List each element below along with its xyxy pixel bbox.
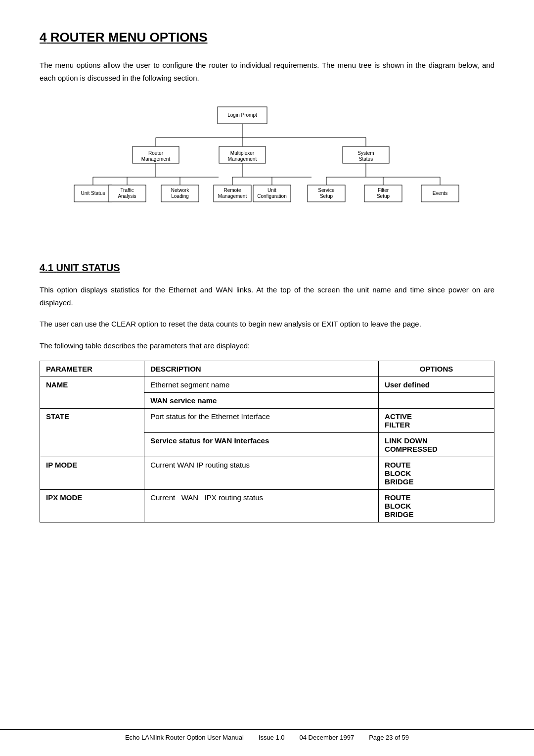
opt-user-defined: User defined — [379, 377, 494, 393]
opt-linkdown-compressed: LINK DOWNCOMPRESSED — [379, 433, 494, 457]
desc-service-status: Service status for WAN Interfaces — [144, 433, 379, 457]
svg-text:Router: Router — [148, 150, 164, 156]
footer-date: 04 December 1997 — [300, 734, 355, 741]
svg-text:Setup: Setup — [320, 193, 333, 199]
opt-route-block-bridge-ipx: ROUTEBLOCKBRIDGE — [379, 490, 494, 522]
section-4-1-para3: The following table describes the parame… — [40, 339, 494, 352]
svg-text:Service: Service — [318, 188, 335, 193]
table-row-ipmode: IP MODE Current WAN IP routing status RO… — [40, 457, 494, 490]
svg-text:Management: Management — [218, 193, 247, 199]
svg-text:Configuration: Configuration — [257, 193, 286, 199]
section-4-1-title: 4.1 UNIT STATUS — [40, 262, 494, 274]
svg-text:Filter: Filter — [378, 188, 389, 193]
svg-text:Unit Status: Unit Status — [81, 190, 105, 196]
intro-paragraph: The menu options allow the user to confi… — [40, 59, 494, 84]
table-row-state-eth: STATE Port status for the Ethernet Inter… — [40, 409, 494, 433]
param-ipxmode: IPX MODE — [40, 490, 144, 522]
svg-text:Network: Network — [171, 188, 190, 193]
desc-ethernet-name: Ethernet segment name — [144, 377, 379, 393]
svg-text:Analysis: Analysis — [118, 193, 136, 199]
svg-text:Remote: Remote — [223, 188, 241, 193]
opt-empty — [379, 393, 494, 409]
svg-text:Setup: Setup — [377, 193, 390, 199]
parameters-table: PARAMETER DESCRIPTION OPTIONS NAME Ether… — [40, 361, 494, 522]
svg-text:Management: Management — [141, 156, 171, 162]
svg-text:Traffic: Traffic — [120, 188, 134, 193]
section-4-1-para1: This option displays statistics for the … — [40, 284, 494, 309]
svg-text:Multiplexer: Multiplexer — [230, 150, 255, 156]
desc-wan-name: WAN service name — [144, 393, 379, 409]
chapter-heading: 4 ROUTER MENU OPTIONS — [40, 30, 494, 45]
svg-text:Login Prompt: Login Prompt — [227, 112, 257, 118]
col-header-description: DESCRIPTION — [144, 361, 379, 377]
svg-text:Status: Status — [359, 156, 373, 162]
desc-ipx-routing: Current WAN IPX routing status — [144, 490, 379, 522]
footer-page: Page 23 of 59 — [369, 734, 409, 741]
footer-manual: Echo LANlink Router Option User Manual — [125, 734, 244, 741]
page-footer: Echo LANlink Router Option User Manual I… — [0, 729, 534, 741]
col-header-options: OPTIONS — [379, 361, 494, 377]
table-row-ipxmode: IPX MODE Current WAN IPX routing status … — [40, 490, 494, 522]
svg-text:Unit: Unit — [267, 188, 276, 193]
desc-port-status: Port status for the Ethernet Interface — [144, 409, 379, 433]
svg-text:Events: Events — [433, 190, 448, 196]
section-4-1-para2: The user can use the CLEAR option to res… — [40, 318, 494, 331]
opt-active-filter: ACTIVEFILTER — [379, 409, 494, 433]
svg-text:System: System — [357, 150, 374, 156]
param-ipmode: IP MODE — [40, 457, 144, 490]
svg-text:Loading: Loading — [171, 193, 189, 199]
footer-issue: Issue 1.0 — [259, 734, 285, 741]
table-row-name: NAME Ethernet segment name User defined — [40, 377, 494, 393]
desc-ip-routing: Current WAN IP routing status — [144, 457, 379, 490]
svg-text:Management: Management — [228, 156, 257, 162]
opt-route-block-bridge-ip: ROUTEBLOCKBRIDGE — [379, 457, 494, 490]
param-name: NAME — [40, 377, 144, 409]
param-state: STATE — [40, 409, 144, 457]
menu-tree-diagram: Login Prompt Router Management Multiplex… — [40, 102, 494, 240]
col-header-parameter: PARAMETER — [40, 361, 144, 377]
